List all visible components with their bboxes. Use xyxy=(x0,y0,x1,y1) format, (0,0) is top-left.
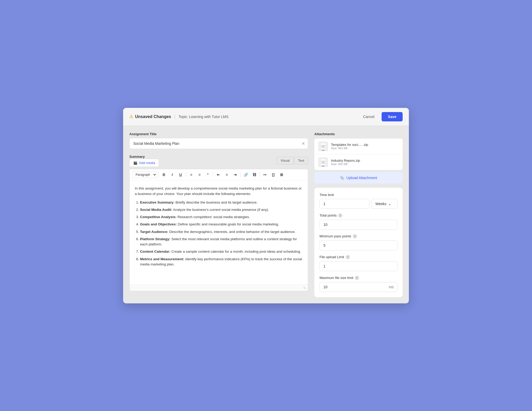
attachment-size-2: Size: 941 KB xyxy=(331,162,360,166)
paragraph-select[interactable]: Paragraph xyxy=(132,171,157,178)
time-limit-input[interactable] xyxy=(320,199,369,209)
code-button[interactable]: {} xyxy=(270,172,277,178)
file-upload-text: File upload Limit xyxy=(320,255,344,259)
table-button[interactable]: ⊞ xyxy=(278,172,285,178)
attachment-list: ZIP Templates for soci.... .zip Size: 94… xyxy=(314,139,403,170)
time-unit-select[interactable]: Weeks ⌄ xyxy=(371,199,397,209)
max-file-size-input[interactable] xyxy=(320,282,397,292)
upload-attachment-button[interactable]: 📎 Upload Attachment xyxy=(314,172,403,184)
toolbar-sep-3 xyxy=(213,172,213,177)
mb-unit-label: MB xyxy=(389,285,394,289)
clear-title-button[interactable]: ✕ xyxy=(302,141,305,146)
unordered-list-button[interactable]: ≡ xyxy=(196,172,203,178)
unlink-button[interactable]: ⛓ xyxy=(251,172,258,178)
list-item: Target Audience: Describe the demographi… xyxy=(140,229,303,234)
time-unit-label: Weeks xyxy=(375,202,387,206)
attachment-info-1: Templates for soci.... .zip Size: 941 KB xyxy=(331,143,368,150)
italic-button[interactable]: I xyxy=(169,172,176,178)
header-left: ⚠ Unsaved Changes | Topic: Learning with… xyxy=(129,114,229,119)
header-divider: | xyxy=(174,114,176,119)
text-view-button[interactable]: Text xyxy=(294,157,308,164)
settings-panel: Time limit Weeks ⌄ Total points i xyxy=(314,188,403,297)
cancel-button[interactable]: Cancel xyxy=(359,113,379,121)
total-points-label: Total points i xyxy=(320,213,397,218)
view-toggle: Visual Text xyxy=(277,157,308,164)
modal-body: Assignment Title ✕ Summary 🎬 Add media V xyxy=(123,126,409,303)
zip-label-2: ZIP xyxy=(322,165,324,167)
visual-view-button[interactable]: Visual xyxy=(277,157,294,164)
title-input[interactable] xyxy=(129,138,308,149)
resize-icon: ⤡ xyxy=(303,286,306,290)
bold-button[interactable]: B xyxy=(160,172,168,178)
min-pass-info-icon[interactable]: i xyxy=(353,234,357,238)
zip-label: ZIP xyxy=(322,149,324,151)
attachment-size-1: Size: 941 KB xyxy=(331,147,368,150)
list-item: Platform Strategy: Select the most relev… xyxy=(140,237,303,247)
link-button[interactable]: 🔗 xyxy=(242,172,250,178)
add-media-icon: 🎬 xyxy=(133,161,137,165)
add-media-button[interactable]: 🎬 Add media xyxy=(129,159,159,167)
attachment-info-2: Industry Repors.zip Size: 941 KB xyxy=(331,159,360,166)
ordered-list-button[interactable]: ≡ xyxy=(188,172,195,178)
total-points-info-icon[interactable]: i xyxy=(338,213,342,218)
content-list: Executive Summary: Briefly describe the … xyxy=(135,200,303,267)
list-item-title: Executive Summary: xyxy=(140,200,175,204)
align-left-button[interactable]: ⇤ xyxy=(215,172,222,178)
upload-icon: 📎 xyxy=(340,176,344,180)
zip-icon-2: ZIP xyxy=(318,158,328,167)
file-upload-info-icon[interactable]: i xyxy=(346,255,350,259)
list-item: Social Media Audit: Analyze the business… xyxy=(140,207,303,212)
zip-line xyxy=(321,163,325,164)
min-pass-label: Minimum pass points i xyxy=(320,234,397,238)
zip-line xyxy=(321,145,325,146)
list-item-text: Analyze the business's current social me… xyxy=(173,208,269,212)
file-upload-row: File upload Limit i xyxy=(320,255,397,271)
title-field-label: Assignment Title xyxy=(129,132,308,136)
align-center-button[interactable]: ≡ xyxy=(223,172,230,178)
list-item-title: Competitive Analysis: xyxy=(140,215,177,219)
min-pass-text: Minimum pass points xyxy=(320,234,351,238)
header-right: Cancel Save xyxy=(359,112,403,121)
list-item-title: Social Media Audit: xyxy=(140,208,172,212)
resize-handle[interactable]: ⤡ xyxy=(130,284,308,291)
max-file-size-row: Maximum file size limit i MB xyxy=(320,276,397,292)
list-item-title: Content Calendar: xyxy=(140,250,170,253)
add-media-label: Add media xyxy=(139,161,155,165)
min-pass-row: Minimum pass points i xyxy=(320,234,397,250)
summary-label: Summary xyxy=(129,155,145,159)
total-points-text: Total points xyxy=(320,213,337,217)
time-limit-row: Time limit Weeks ⌄ xyxy=(320,193,397,209)
attachments-section: Attachments ZIP Templates for so xyxy=(314,132,403,184)
left-panel: Assignment Title ✕ Summary 🎬 Add media V xyxy=(129,132,308,297)
zip-icon-lines xyxy=(321,143,326,150)
underline-button[interactable]: U xyxy=(177,172,184,178)
toolbar-sep-2 xyxy=(186,172,186,177)
min-pass-input[interactable] xyxy=(320,240,397,250)
indent-button[interactable]: ↦ xyxy=(261,172,269,178)
chevron-down-icon: ⌄ xyxy=(388,202,391,206)
list-item-title: Target Audience: xyxy=(140,230,168,234)
editor-wrapper: Paragraph B I U ≡ ≡ “ ⇤ ≡ ⇥ xyxy=(129,169,308,291)
list-item-title: Platform Strategy: xyxy=(140,237,170,241)
editor-toolbar: Paragraph B I U ≡ ≡ “ ⇤ ≡ ⇥ xyxy=(130,169,308,180)
zip-icon-1: ZIP xyxy=(318,142,328,151)
zip-line xyxy=(321,162,325,162)
max-file-size-wrapper: MB xyxy=(320,282,397,292)
save-button[interactable]: Save xyxy=(382,112,403,121)
modal-header: ⚠ Unsaved Changes | Topic: Learning with… xyxy=(123,108,409,126)
file-upload-input[interactable] xyxy=(320,261,397,271)
modal-container: ⚠ Unsaved Changes | Topic: Learning with… xyxy=(123,108,409,303)
editor-content[interactable]: In this assignment, you will develop a c… xyxy=(130,180,308,284)
align-right-button[interactable]: ⇥ xyxy=(231,172,239,178)
zip-line xyxy=(321,147,325,148)
upload-label: Upload Attachment xyxy=(346,176,377,180)
zip-line xyxy=(321,146,325,147)
list-item-text: Define specific and measurable goals for… xyxy=(178,222,279,226)
max-file-size-info-icon[interactable]: i xyxy=(355,276,359,280)
summary-section: Summary 🎬 Add media Visual Text xyxy=(129,154,308,291)
total-points-input[interactable] xyxy=(320,220,397,230)
warning-icon: ⚠ xyxy=(129,114,133,119)
blockquote-button[interactable]: “ xyxy=(204,172,211,178)
topic-label: Topic: Learning with Tutor LMS xyxy=(178,115,228,119)
attachment-item-1: ZIP Templates for soci.... .zip Size: 94… xyxy=(314,139,403,154)
